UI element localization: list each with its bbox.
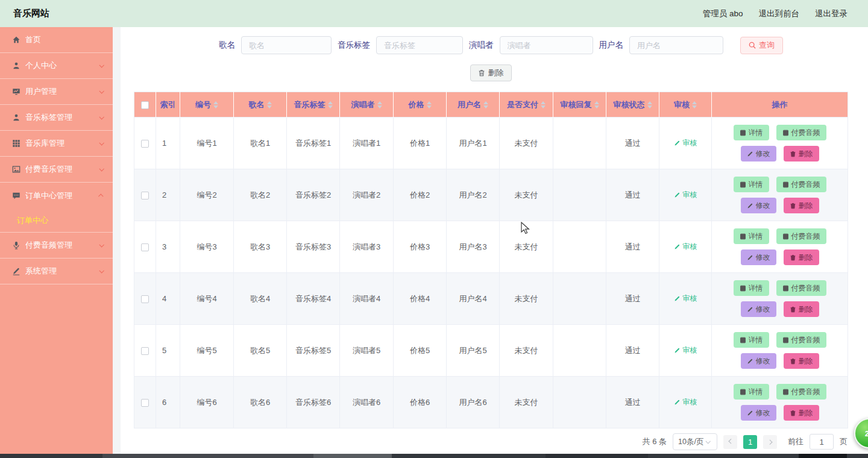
detail-button[interactable]: 详情	[734, 125, 769, 140]
page-size-select[interactable]: 10条/页	[673, 433, 717, 450]
column-header-9[interactable]: 审核状态	[606, 92, 659, 118]
edit-button[interactable]: 修改	[741, 301, 776, 317]
music-tag-input[interactable]	[376, 36, 463, 54]
paid-audio-button-label: 付费音频	[791, 335, 820, 345]
detail-button[interactable]: 详情	[734, 228, 769, 244]
paid-audio-button[interactable]: 付费音频	[776, 125, 826, 140]
singer-label: 演唱者	[469, 40, 494, 51]
music-tag-label: 音乐标签	[338, 40, 370, 51]
column-header-10[interactable]: 审核	[659, 92, 712, 118]
edit-button[interactable]: 修改	[741, 146, 776, 162]
column-header-7[interactable]: 是否支付	[500, 92, 553, 118]
sidebar-item-8[interactable]: 系统管理	[0, 259, 113, 284]
edit-button[interactable]: 修改	[741, 405, 776, 421]
cell-index: 4	[156, 273, 180, 325]
sidebar-item-label: 系统管理	[25, 266, 99, 277]
exit-to-front-link[interactable]: 退出到前台	[759, 8, 800, 19]
sidebar-item-2[interactable]: 用户管理	[0, 79, 113, 105]
row-checkbox[interactable]	[141, 192, 149, 199]
edit-button[interactable]: 修改	[741, 198, 776, 213]
delete-button[interactable]: 删除	[784, 146, 819, 162]
row-checkbox[interactable]	[141, 399, 149, 407]
delete-button-label: 删除	[799, 253, 813, 263]
audit-link[interactable]: 审核	[674, 242, 697, 252]
row-checkbox[interactable]	[141, 243, 149, 251]
column-header-3[interactable]: 音乐标签	[287, 92, 340, 118]
next-page-button[interactable]	[763, 435, 777, 449]
prev-page-button[interactable]	[723, 435, 737, 449]
paid-audio-button[interactable]: 付费音频	[776, 332, 826, 348]
sidebar: 首页个人中心用户管理音乐标签管理音乐库管理付费音乐管理订单中心管理订单中心付费音…	[0, 27, 113, 458]
sidebar-item-label: 付费音乐管理	[25, 164, 99, 175]
query-button[interactable]: 查询	[740, 37, 783, 54]
delete-button[interactable]: 删除	[784, 405, 819, 421]
paid-audio-button[interactable]: 付费音频	[776, 228, 826, 244]
sort-caret-icon	[483, 101, 488, 108]
goto-page-input[interactable]	[810, 434, 834, 450]
sidebar-item-label: 订单中心管理	[25, 190, 99, 201]
column-header-6[interactable]: 用户名	[447, 92, 500, 118]
edit-button[interactable]: 修改	[741, 249, 776, 265]
cell-user: 用户名3	[447, 221, 500, 273]
column-header-2[interactable]: 歌名	[234, 92, 287, 118]
sidebar-item-6[interactable]: 订单中心管理	[0, 183, 113, 209]
sidebar-item-3[interactable]: 音乐标签管理	[0, 105, 113, 131]
cell-tag: 音乐标签6	[287, 377, 340, 428]
delete-button[interactable]: 删除	[784, 249, 819, 265]
column-header-1[interactable]: 编号	[180, 92, 234, 118]
logout-link[interactable]: 退出登录	[815, 8, 848, 19]
row-checkbox[interactable]	[141, 295, 149, 303]
paid-audio-button-label: 付费音频	[791, 180, 820, 190]
row-select-cell	[134, 118, 156, 169]
audit-link[interactable]: 审核	[674, 345, 697, 356]
monitor-icon	[12, 87, 20, 96]
column-header-8[interactable]: 审核回复	[553, 92, 606, 118]
audit-link[interactable]: 审核	[674, 397, 697, 407]
audit-link[interactable]: 审核	[674, 190, 697, 200]
username-input[interactable]	[629, 36, 723, 54]
delete-button[interactable]: 删除	[784, 198, 819, 213]
cell-song: 歌名2	[234, 169, 287, 221]
person-icon	[12, 113, 20, 122]
audit-link[interactable]: 审核	[674, 138, 697, 148]
cell-user: 用户名6	[447, 377, 500, 428]
cell-singer: 演唱者2	[340, 169, 394, 221]
select-all-checkbox[interactable]	[141, 101, 149, 109]
paid-audio-button[interactable]: 付费音频	[776, 177, 826, 192]
sidebar-subitem-6-0[interactable]: 订单中心	[0, 209, 113, 232]
bulk-delete-button[interactable]: 删除	[470, 64, 512, 81]
paid-audio-button-label: 付费音频	[791, 283, 820, 293]
page-1-button[interactable]: 1	[743, 435, 757, 449]
paid-audio-button[interactable]: 付费音频	[776, 384, 826, 400]
cell-code: 编号3	[180, 221, 234, 273]
select-all-header[interactable]	[134, 92, 156, 118]
sidebar-item-7[interactable]: 付费音频管理	[0, 233, 113, 259]
cell-actions: 详情付费音频修改删除	[712, 273, 848, 325]
edit-button-label: 修改	[756, 201, 770, 211]
detail-button[interactable]: 详情	[734, 384, 769, 400]
chevron-left-icon	[728, 439, 733, 444]
sidebar-item-1[interactable]: 个人中心	[0, 53, 113, 79]
sidebar-item-4[interactable]: 音乐库管理	[0, 131, 113, 157]
column-header-5[interactable]: 价格	[394, 92, 447, 118]
table-toolbar: 删除	[134, 64, 848, 81]
taskbar-segment	[102, 454, 313, 458]
cell-reply	[553, 169, 606, 221]
audit-link-label: 审核	[683, 138, 697, 148]
sidebar-item-0[interactable]: 首页	[0, 27, 113, 53]
singer-input[interactable]	[500, 36, 593, 54]
sidebar-item-5[interactable]: 付费音乐管理	[0, 157, 113, 183]
audit-link[interactable]: 审核	[674, 293, 697, 304]
column-header-4[interactable]: 演唱者	[340, 92, 394, 118]
detail-button[interactable]: 详情	[734, 280, 769, 296]
row-checkbox[interactable]	[141, 140, 149, 148]
detail-button[interactable]: 详情	[734, 177, 769, 192]
delete-button[interactable]: 删除	[784, 353, 819, 369]
detail-button[interactable]: 详情	[734, 332, 769, 348]
column-header-11: 操作	[712, 92, 848, 118]
delete-button[interactable]: 删除	[784, 301, 819, 317]
row-checkbox[interactable]	[141, 347, 149, 355]
paid-audio-button[interactable]: 付费音频	[776, 280, 826, 296]
edit-button[interactable]: 修改	[741, 353, 776, 369]
song-name-input[interactable]	[241, 36, 332, 54]
